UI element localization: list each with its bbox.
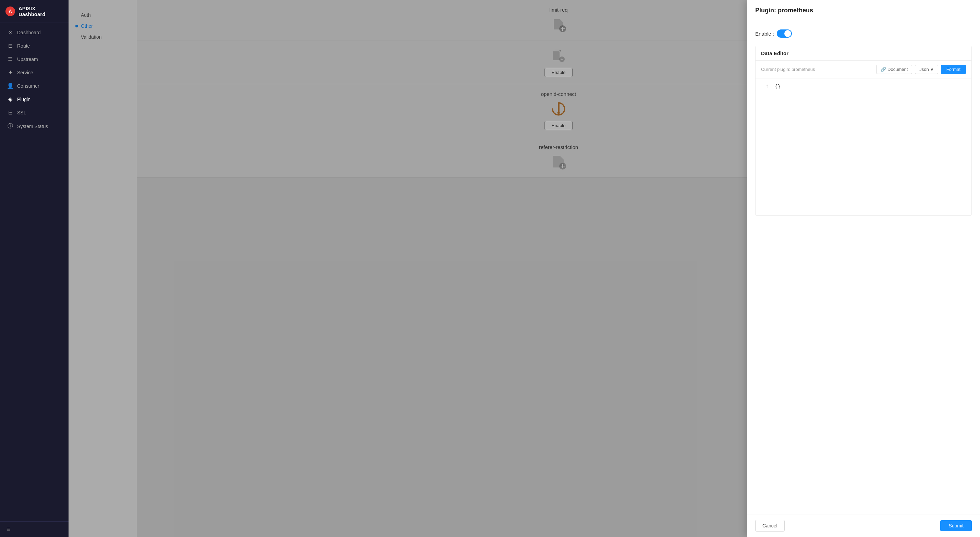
sidebar-item-label: SSL — [17, 110, 26, 115]
enable-row: Enable : — [755, 29, 972, 38]
sidebar-item-service[interactable]: ✦ Service — [0, 66, 68, 79]
app-title: APISIX Dashboard — [19, 5, 63, 17]
system-status-icon: ⓘ — [7, 122, 14, 130]
format-button[interactable]: Format — [941, 65, 966, 74]
apisix-logo: A — [5, 6, 15, 16]
document-label: Document — [888, 67, 908, 72]
submit-button[interactable]: Submit — [940, 520, 972, 531]
main-area: Auth Other Validation limit-req — [68, 0, 980, 537]
sidebar-item-system-status[interactable]: ⓘ System Status — [0, 119, 68, 133]
collapse-icon: ≡ — [7, 526, 11, 532]
sidebar-item-label: Dashboard — [17, 30, 41, 35]
sidebar-item-ssl[interactable]: ⊟ SSL — [0, 106, 68, 119]
code-editor[interactable]: 1 {} — [756, 78, 971, 215]
consumer-icon: 👤 — [7, 83, 14, 89]
sidebar: A APISIX Dashboard ⊙ Dashboard ⊟ Route ☰… — [0, 0, 68, 537]
ssl-icon: ⊟ — [7, 109, 14, 116]
chevron-down-icon: ∨ — [930, 67, 934, 72]
upstream-icon: ☰ — [7, 56, 14, 62]
sidebar-item-route[interactable]: ⊟ Route — [0, 39, 68, 52]
json-label: Json — [920, 67, 929, 72]
sidebar-item-label: Consumer — [17, 83, 40, 89]
document-button[interactable]: 🔗 Document — [876, 65, 912, 74]
dashboard-icon: ⊙ — [7, 29, 14, 36]
plugin-icon: ◈ — [7, 96, 14, 102]
line-number-1: 1 — [761, 84, 769, 89]
data-editor-title: Data Editor — [756, 46, 971, 60]
sidebar-item-label: Plugin — [17, 97, 30, 102]
line-numbers: 1 — [761, 84, 769, 210]
drawer-body: Enable : Data Editor Current plugin: pro… — [747, 21, 980, 514]
plugin-drawer: Plugin: prometheus Enable : Data Editor … — [747, 0, 980, 537]
enable-label: Enable : — [755, 31, 774, 37]
sidebar-collapse-btn[interactable]: ≡ — [0, 521, 68, 537]
data-editor-section: Data Editor Current plugin: prometheus 🔗… — [755, 46, 972, 216]
sidebar-header: A APISIX Dashboard — [0, 0, 68, 23]
sidebar-item-dashboard[interactable]: ⊙ Dashboard — [0, 26, 68, 39]
link-icon: 🔗 — [881, 67, 886, 72]
json-format-select[interactable]: Json ∨ — [915, 65, 938, 74]
current-plugin-label: Current plugin: prometheus — [761, 67, 815, 72]
sidebar-item-label: Service — [17, 70, 33, 75]
toggle-knob — [784, 30, 791, 37]
sidebar-item-label: Upstream — [17, 57, 38, 62]
data-editor-toolbar: Current plugin: prometheus 🔗 Document Js… — [756, 60, 971, 78]
cancel-button[interactable]: Cancel — [755, 520, 785, 532]
sidebar-nav: ⊙ Dashboard ⊟ Route ☰ Upstream ✦ Service… — [0, 23, 68, 521]
toolbar-right: 🔗 Document Json ∨ Format — [876, 65, 966, 74]
drawer-footer: Cancel Submit — [747, 514, 980, 537]
sidebar-item-label: System Status — [17, 124, 48, 129]
enable-toggle[interactable] — [777, 29, 792, 38]
sidebar-item-upstream[interactable]: ☰ Upstream — [0, 52, 68, 66]
service-icon: ✦ — [7, 69, 14, 76]
sidebar-item-plugin[interactable]: ◈ Plugin — [0, 92, 68, 106]
code-content[interactable]: {} — [775, 84, 966, 210]
drawer-title: Plugin: prometheus — [747, 0, 980, 21]
sidebar-item-consumer[interactable]: 👤 Consumer — [0, 79, 68, 92]
route-icon: ⊟ — [7, 43, 14, 49]
sidebar-item-label: Route — [17, 43, 30, 49]
